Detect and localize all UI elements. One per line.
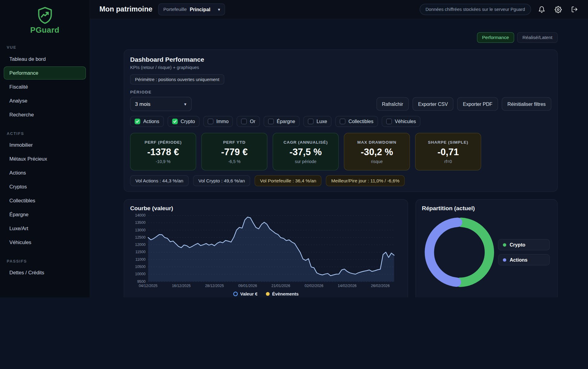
checkbox-immo[interactable]	[208, 119, 213, 124]
filter-label: Luxe	[317, 119, 327, 124]
svg-text:9500: 9500	[137, 279, 146, 284]
sidebar-item-analyse[interactable]: Analyse	[4, 94, 86, 107]
asset-filters: ActionsCryptoImmoOrÉpargneLuxeCollectibl…	[130, 116, 551, 127]
svg-text:21/01/2026: 21/01/2026	[271, 284, 290, 288]
period-select[interactable]: 3 mois ▼	[130, 97, 192, 111]
action-button-rafraichir[interactable]: Rafraîchir	[376, 97, 409, 111]
notifications-button[interactable]	[535, 3, 548, 15]
scope-badge: Périmètre : positions ouvertes uniquemen…	[130, 74, 224, 85]
main-area: Mon patrimoine Portefeuille Principal ▼ …	[90, 0, 588, 297]
period-dropdown[interactable]: 3 mois	[131, 101, 191, 107]
legend-evenements: Évènements	[266, 291, 299, 296]
sidebar-item-fiscalite[interactable]: Fiscalité	[4, 80, 86, 93]
svg-text:26/02/2026: 26/02/2026	[371, 284, 390, 288]
topbar-right: Données chiffrées stockées sur le serveu…	[419, 3, 580, 15]
filter-epargne[interactable]: Épargne	[263, 116, 299, 127]
legend-label: Évènements	[272, 291, 299, 296]
filter-or[interactable]: Or	[237, 116, 260, 127]
sidebar-item-metaux-precieux[interactable]: Métaux Précieux	[4, 152, 86, 165]
sidebar-item-tableau-de-bord[interactable]: Tableau de bord	[4, 53, 86, 66]
sidebar-section-vue: VUE	[7, 45, 83, 50]
checkbox-crypto[interactable]	[172, 119, 178, 124]
logout-icon	[571, 6, 578, 13]
portfolio-dropdown[interactable]: Principal	[190, 7, 220, 12]
action-buttons: RafraîchirExporter CSVExporter PDFRéinit…	[376, 97, 551, 111]
sidebar-item-collectibles[interactable]: Collectibles	[4, 194, 86, 207]
filter-label: Épargne	[277, 119, 295, 124]
dashboard-title: Dashboard Performance	[130, 56, 551, 64]
kpi-value: -779 €	[221, 146, 248, 157]
brand-name: PGuard	[30, 25, 59, 34]
filter-label: Crypto	[181, 119, 195, 124]
kpi-label: PERF (PÉRIODE)	[144, 140, 182, 144]
checkbox-or[interactable]	[241, 119, 247, 124]
stat-badge-meilleur-pire-jour-11-0-: Meilleur/Pire jour : 11,0% / -6,6%	[326, 175, 405, 186]
checkbox-collectibles[interactable]	[340, 119, 346, 124]
tab-realise-latent[interactable]: Réalisé/Latent	[517, 32, 558, 43]
sidebar-item-cryptos[interactable]: Cryptos	[4, 180, 86, 193]
checkbox-vehicules[interactable]	[386, 119, 392, 124]
checkbox-luxe[interactable]	[308, 119, 314, 124]
dot-swatch-icon	[503, 258, 506, 261]
period-label: PÉRIODE	[130, 90, 551, 94]
sidebar-item-luxe-art[interactable]: Luxe/Art	[4, 222, 86, 235]
sidebar-item-vehicules[interactable]: Véhicules	[4, 236, 86, 249]
kpi-value: -1378 €	[147, 146, 179, 157]
kpi-label: SHARPE (SIMPLE)	[428, 140, 468, 144]
sidebar: PGuard VUETableau de bordPerformanceFisc…	[0, 0, 90, 297]
sidebar-item-dettes-credits[interactable]: Dettes / Crédits	[4, 266, 86, 279]
kpi-label: CAGR (ANNUALISÉ)	[283, 140, 328, 144]
kpi-sub: -6,5 %	[228, 159, 241, 164]
kpi-perf-ytd: PERF YTD-779 €-6,5 %	[201, 133, 267, 170]
filter-collectibles[interactable]: Collectibles	[335, 116, 378, 127]
filter-immo[interactable]: Immo	[203, 116, 233, 127]
dashboard-subtitle: KPIs (retour / risque) + graphiques	[130, 65, 551, 70]
settings-button[interactable]	[552, 3, 564, 15]
svg-text:04/12/2025: 04/12/2025	[139, 284, 157, 288]
value-line-chart: 9500100001050011000115001200012500130001…	[130, 212, 399, 289]
sidebar-nav: VUETableau de bordPerformanceFiscalitéAn…	[0, 35, 90, 280]
allocation-legend-label: Crypto	[510, 242, 525, 248]
dashboard-performance-card: Dashboard Performance KPIs (retour / ris…	[124, 50, 558, 192]
checkbox-epargne[interactable]	[268, 119, 274, 124]
svg-text:13500: 13500	[135, 220, 146, 225]
kpi-sub: sur période	[295, 159, 316, 164]
action-button-exporter-csv[interactable]: Exporter CSV	[412, 97, 454, 111]
topbar: Mon patrimoine Portefeuille Principal ▼ …	[90, 0, 588, 19]
allocation-body: CryptoActions	[422, 215, 551, 289]
filter-crypto[interactable]: Crypto	[167, 116, 199, 127]
tab-performance[interactable]: Performance	[477, 32, 514, 43]
kpi-value: -37,5 %	[289, 146, 322, 157]
allocation-legend: CryptoActions	[498, 239, 550, 266]
filter-vehicules[interactable]: Véhicules	[382, 116, 420, 127]
portfolio-label: Portefeuille	[163, 7, 187, 12]
svg-text:16/12/2025: 16/12/2025	[172, 284, 191, 288]
checkbox-actions[interactable]	[135, 119, 141, 124]
filter-label: Actions	[143, 119, 159, 124]
svg-text:12000: 12000	[135, 243, 146, 247]
filter-luxe[interactable]: Luxe	[303, 116, 331, 127]
action-button-exporter-pdf[interactable]: Exporter PDF	[457, 97, 498, 111]
kpi-sub: risque	[371, 159, 383, 164]
svg-text:02/02/2026: 02/02/2026	[305, 284, 323, 288]
filter-actions[interactable]: Actions	[130, 116, 164, 127]
svg-text:09/01/2026: 09/01/2026	[238, 284, 257, 288]
filter-label: Collectibles	[348, 119, 373, 124]
allocation-donut-chart	[423, 215, 496, 289]
sidebar-item-actions[interactable]: Actions	[4, 166, 86, 179]
sidebar-item-epargne[interactable]: Épargne	[4, 208, 86, 221]
logout-button[interactable]	[569, 3, 581, 15]
portfolio-select[interactable]: Portefeuille Principal ▼	[158, 3, 225, 15]
kpi-sharpe-simple: SHARPE (SIMPLE)-0,71rf=0	[415, 133, 481, 170]
action-button-reinitialiser-filtres[interactable]: Réinitialiser filtres	[502, 97, 551, 111]
sidebar-item-performance[interactable]: Performance	[4, 67, 86, 80]
allocation-title: Répartition (actuel)	[422, 205, 551, 212]
legend-valeur: Valeur €	[233, 291, 257, 296]
line-chart-legend: Valeur €Évènements	[130, 291, 402, 296]
sidebar-section-actifs: ACTIFS	[7, 131, 83, 136]
sidebar-item-immobilier[interactable]: Immobilier	[4, 139, 86, 152]
svg-text:14000: 14000	[135, 213, 146, 217]
kpi-value: -30,2 %	[361, 146, 393, 157]
sidebar-item-recherche[interactable]: Recherche	[4, 108, 86, 121]
kpi-value: -0,71	[438, 146, 459, 157]
